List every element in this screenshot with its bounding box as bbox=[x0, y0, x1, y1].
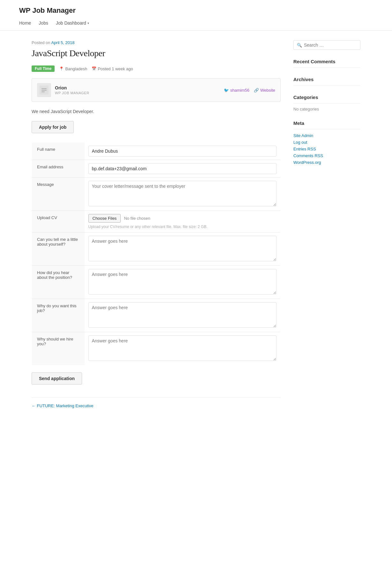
prev-post-link[interactable]: ← FUTURE: Marketing Executive bbox=[32, 403, 281, 408]
twitter-icon: 🐦 bbox=[224, 88, 229, 93]
input-cell-why-hire bbox=[85, 332, 281, 365]
nav-home[interactable]: Home bbox=[19, 20, 31, 26]
search-widget: 🔍 bbox=[293, 40, 360, 50]
send-application-button[interactable]: Send application bbox=[32, 372, 82, 385]
input-cell-about bbox=[85, 233, 281, 266]
label-about: Can you tell me a little about yourself? bbox=[32, 233, 85, 266]
sidebar: 🔍 Recent Comments Archives Categories No… bbox=[293, 40, 360, 408]
divider bbox=[293, 85, 360, 86]
link-icon: 🔗 bbox=[254, 88, 259, 93]
form-row-email: Email address bbox=[32, 160, 281, 178]
archives-title: Archives bbox=[293, 77, 360, 82]
chevron-down-icon: ▾ bbox=[87, 21, 89, 25]
job-description: We need JavaScript Developer. bbox=[32, 109, 281, 114]
main-content: Posted on April 5, 2018 JavaScript Devel… bbox=[32, 40, 281, 408]
label-fullname: Full name bbox=[32, 142, 85, 160]
form-row-hear: How did you hear about the position? bbox=[32, 266, 281, 299]
search-input[interactable] bbox=[304, 42, 360, 48]
meta-link-item: WordPress.org bbox=[293, 159, 360, 165]
meta-link-item: Entries RSS bbox=[293, 146, 360, 151]
post-meta: Posted on April 5, 2018 bbox=[32, 40, 281, 45]
main-nav: Home Jobs Job Dashboard ▾ bbox=[19, 20, 373, 26]
full-time-tag: Full Time bbox=[32, 65, 55, 72]
company-details: Orion WP JOB MANAGER bbox=[55, 85, 89, 95]
log-out-link[interactable]: Log out bbox=[293, 140, 307, 145]
company-twitter-link[interactable]: 🐦 shamim56 bbox=[224, 88, 249, 93]
email-input[interactable] bbox=[88, 163, 277, 174]
divider bbox=[293, 67, 360, 68]
recent-comments-title: Recent Comments bbox=[293, 59, 360, 64]
fullname-input[interactable] bbox=[88, 146, 277, 157]
label-cv: Upload CV bbox=[32, 211, 85, 233]
divider bbox=[293, 103, 360, 103]
form-row-cv: Upload CV Choose Files No file chosen Up… bbox=[32, 211, 281, 233]
meta-widget: Meta Site Admin Log out Entries RSS Comm… bbox=[293, 120, 360, 165]
hear-textarea[interactable] bbox=[88, 269, 277, 294]
categories-widget: Categories No categories bbox=[293, 95, 360, 111]
meta-links-list: Site Admin Log out Entries RSS Comments … bbox=[293, 133, 360, 165]
meta-link-item: Log out bbox=[293, 139, 360, 145]
input-cell-fullname bbox=[85, 142, 281, 160]
location-tag: 📍 Bangladesh bbox=[59, 66, 87, 71]
input-cell-hear bbox=[85, 266, 281, 299]
prev-post-label: ← FUTURE: Marketing Executive bbox=[32, 403, 94, 408]
why-hire-textarea[interactable] bbox=[88, 335, 277, 361]
input-cell-why-want bbox=[85, 299, 281, 332]
nav-job-dashboard[interactable]: Job Dashboard ▾ bbox=[56, 20, 89, 26]
wordpress-org-link[interactable]: WordPress.org bbox=[293, 160, 321, 165]
page-wrap: Posted on April 5, 2018 JavaScript Devel… bbox=[12, 31, 380, 418]
application-form: Full name Email address Message bbox=[32, 142, 281, 365]
label-why-want: Why do you want this job? bbox=[32, 299, 85, 332]
search-box: 🔍 bbox=[293, 40, 360, 50]
calendar-icon: 📅 bbox=[92, 66, 96, 71]
no-file-text: No file chosen bbox=[124, 216, 150, 221]
archives-widget: Archives bbox=[293, 77, 360, 86]
about-textarea[interactable] bbox=[88, 236, 277, 261]
comments-rss-link[interactable]: Comments RSS bbox=[293, 153, 323, 158]
message-textarea[interactable] bbox=[88, 181, 277, 206]
post-date-link[interactable]: April 5, 2018 bbox=[51, 40, 74, 45]
choose-files-button[interactable]: Choose Files bbox=[88, 214, 121, 223]
company-card: Orion WP JOB MANAGER 🐦 shamim56 🔗 Websit… bbox=[32, 78, 281, 102]
apply-for-job-button[interactable]: Apply for job bbox=[32, 121, 74, 133]
label-hear: How did you hear about the position? bbox=[32, 266, 85, 299]
label-message: Message bbox=[32, 178, 85, 211]
input-cell-cv: Choose Files No file chosen Upload your … bbox=[85, 211, 281, 233]
form-row-fullname: Full name bbox=[32, 142, 281, 160]
site-title: WP Job Manager bbox=[19, 6, 373, 15]
input-cell-message bbox=[85, 178, 281, 211]
no-categories-text: No categories bbox=[293, 107, 360, 111]
form-row-why-want: Why do you want this job? bbox=[32, 299, 281, 332]
posted-date-tag: 📅 Posted 1 week ago bbox=[92, 66, 133, 71]
categories-title: Categories bbox=[293, 95, 360, 100]
post-title: JavaScript Developer bbox=[32, 48, 281, 58]
company-logo bbox=[37, 83, 51, 97]
why-want-textarea[interactable] bbox=[88, 302, 277, 328]
meta-link-item: Site Admin bbox=[293, 133, 360, 138]
recent-comments-widget: Recent Comments bbox=[293, 59, 360, 68]
company-name: Orion bbox=[55, 85, 89, 90]
company-website-link[interactable]: 🔗 Website bbox=[254, 88, 275, 93]
svg-rect-1 bbox=[41, 88, 47, 89]
job-tags: Full Time 📍 Bangladesh 📅 Posted 1 week a… bbox=[32, 65, 281, 72]
form-row-about: Can you tell me a little about yourself? bbox=[32, 233, 281, 266]
label-why-hire: Why should we hire you? bbox=[32, 332, 85, 365]
file-hint: Upload your CV/resume or any other relev… bbox=[88, 225, 277, 229]
site-admin-link[interactable]: Site Admin bbox=[293, 133, 313, 138]
company-info: Orion WP JOB MANAGER bbox=[37, 83, 89, 97]
file-input-wrap: Choose Files No file chosen bbox=[88, 214, 277, 223]
divider bbox=[293, 129, 360, 129]
nav-job-dashboard-label: Job Dashboard bbox=[56, 20, 86, 26]
site-header: WP Job Manager Home Jobs Job Dashboard ▾ bbox=[0, 0, 392, 31]
form-row-why-hire: Why should we hire you? bbox=[32, 332, 281, 365]
svg-rect-3 bbox=[41, 91, 45, 92]
svg-rect-2 bbox=[41, 90, 47, 91]
post-navigation: ← FUTURE: Marketing Executive bbox=[32, 397, 281, 408]
entries-rss-link[interactable]: Entries RSS bbox=[293, 147, 316, 151]
form-row-message: Message bbox=[32, 178, 281, 211]
company-subtitle: WP JOB MANAGER bbox=[55, 91, 89, 95]
search-icon: 🔍 bbox=[297, 43, 302, 48]
nav-jobs[interactable]: Jobs bbox=[39, 20, 48, 26]
label-email: Email address bbox=[32, 160, 85, 178]
location-icon: 📍 bbox=[59, 66, 64, 71]
